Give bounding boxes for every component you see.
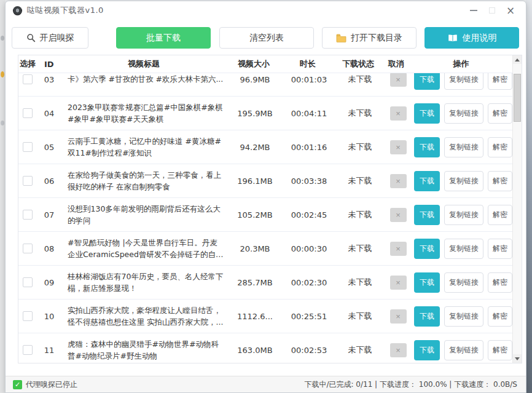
row-id: 03 — [37, 75, 61, 84]
row-checkbox[interactable] — [23, 311, 33, 321]
copy-link-button[interactable]: 复制链接 — [444, 239, 483, 259]
row-cancel-cell: × — [385, 309, 412, 324]
copy-link-button[interactable]: 复制链接 — [444, 73, 483, 90]
row-checkbox[interactable] — [23, 277, 33, 287]
decrypt-button[interactable]: 解密 — [488, 340, 512, 360]
cancel-button[interactable]: × — [390, 242, 407, 256]
row-duration: 00:01:03 — [283, 75, 335, 84]
row-checkbox[interactable] — [23, 142, 33, 152]
row-status: 未下载 — [335, 74, 385, 85]
help-label: 使用说明 — [463, 33, 497, 44]
decrypt-button[interactable]: 解密 — [488, 306, 512, 327]
row-id: 04 — [37, 109, 61, 118]
app-icon — [13, 6, 22, 15]
check-icon: ✓ — [13, 380, 22, 389]
download-button[interactable]: 下载 — [414, 103, 440, 124]
download-button[interactable]: 下载 — [414, 171, 440, 191]
header-operations: 操作 — [410, 58, 512, 69]
open-download-dir-label: 打开下载目录 — [351, 33, 402, 44]
download-button[interactable]: 下载 — [414, 272, 440, 293]
cancel-button[interactable]: × — [390, 276, 407, 290]
row-operations: 下载 复制链接 解密 — [412, 73, 512, 90]
row-title: 桂林榕湖饭店有70年历史，要员、名人经常下榻，新店雏形显现！ — [61, 271, 227, 295]
row-operations: 下载 复制链接 解密 — [412, 137, 512, 157]
copy-link-button[interactable]: 复制链接 — [444, 340, 483, 360]
scroll-down-button[interactable] — [513, 354, 522, 363]
header-duration: 时长 — [281, 58, 334, 69]
close-button[interactable]: × — [501, 2, 520, 19]
row-operations: 下载 复制链接 解密 — [412, 239, 512, 259]
cancel-button[interactable]: × — [390, 106, 407, 121]
decrypt-button[interactable]: 解密 — [488, 205, 512, 225]
row-checkbox[interactable] — [23, 74, 33, 84]
cancel-button[interactable]: × — [390, 140, 407, 154]
title-bar: 哒哒视频下载器v1.0 × — [6, 1, 526, 20]
copy-link-button[interactable]: 复制链接 — [444, 205, 483, 225]
cancel-button[interactable]: × — [390, 343, 407, 357]
row-title: 2023象甲联赛常规赛汇总篇#中国象棋#象棋#象甲#象甲联赛#天天象棋 — [61, 101, 227, 125]
copy-link-button[interactable]: 复制链接 — [444, 171, 483, 191]
row-id: 06 — [37, 177, 61, 186]
row-checkbox[interactable] — [23, 176, 33, 186]
batch-download-button[interactable]: 批量下载 — [116, 27, 211, 49]
start-sniff-button[interactable]: 开启嗅探 — [12, 27, 88, 49]
minimize-button[interactable] — [464, 2, 483, 19]
row-id: 05 — [37, 143, 61, 152]
row-checkbox[interactable] — [23, 345, 33, 355]
copy-link-button[interactable]: 复制链接 — [444, 306, 483, 327]
row-cancel-cell: × — [385, 208, 412, 222]
scrollbar-thumb[interactable] — [514, 74, 521, 122]
row-size: 195.9MB — [227, 109, 283, 118]
vertical-scrollbar[interactable] — [512, 55, 522, 363]
download-button[interactable]: 下载 — [414, 205, 440, 225]
open-download-dir-button[interactable]: 打开下载目录 — [322, 27, 417, 49]
row-checkbox[interactable] — [23, 210, 33, 220]
clear-list-button[interactable]: 清空列表 — [219, 27, 314, 49]
row-title: 云南手工黄冰糖，记忆中的好味道 #黄冰糖#双11#制作过程#涨知识 — [61, 135, 227, 159]
decrypt-button[interactable]: 解密 — [488, 272, 512, 293]
decrypt-button[interactable]: 解密 — [488, 171, 512, 191]
row-cancel-cell: × — [385, 73, 412, 87]
copy-link-button[interactable]: 复制链接 — [444, 103, 483, 124]
row-duration: 00:25:51 — [283, 312, 335, 321]
copy-link-button[interactable]: 复制链接 — [444, 137, 483, 157]
download-button[interactable]: 下载 — [414, 137, 440, 157]
cancel-button[interactable]: × — [390, 208, 407, 222]
app-window: 哒哒视频下载器v1.0 × 开启嗅探 批量下载 清空列表 打开下载目录 — [5, 1, 526, 393]
row-checkbox[interactable] — [23, 108, 33, 118]
decrypt-button[interactable]: 解密 — [488, 103, 512, 124]
arrow-up-icon — [515, 58, 520, 62]
copy-link-button[interactable]: 复制链接 — [444, 272, 483, 293]
row-operations: 下载 复制链接 解密 — [412, 272, 512, 293]
decrypt-button[interactable]: 解密 — [488, 137, 512, 157]
row-id: 08 — [37, 244, 61, 253]
row-duration: 00:03:38 — [283, 177, 335, 186]
row-title: 在家给狗子做美食的第一天，三种零食，看上很好吃的样子 在家自制狗零食 — [61, 169, 227, 193]
row-duration: 00:01:16 — [283, 143, 335, 152]
table-row: 10 实拍山西乔家大院，豪华程度让人瞠目结舌，怪不得慈禧也想住这里 实拍山西乔家… — [18, 300, 512, 333]
download-button[interactable]: 下载 — [414, 340, 440, 360]
download-button[interactable]: 下载 — [414, 306, 440, 327]
window-title: 哒哒视频下载器v1.0 — [27, 5, 104, 16]
table-row: 07 没想到130多年前发明的雨刷背后还有这么大的学问 105.2MB 00:0… — [18, 198, 512, 232]
help-button[interactable]: 使用说明 — [424, 27, 519, 49]
download-button[interactable]: 下载 — [414, 73, 440, 90]
desktop-icon-fragment — [1, 36, 4, 41]
desktop-edge-left — [0, 0, 5, 393]
cancel-button[interactable]: × — [390, 73, 407, 87]
download-button[interactable]: 下载 — [414, 239, 440, 259]
maximize-button[interactable] — [483, 2, 501, 19]
row-select-cell — [18, 74, 37, 84]
row-checkbox[interactable] — [23, 244, 33, 253]
row-title: 实拍山西乔家大院，豪华程度让人瞠目结舌，怪不得慈禧也想住这里 实拍山西乔家大院，… — [61, 304, 227, 328]
decrypt-button[interactable]: 解密 — [488, 239, 512, 259]
table-row: 05 云南手工黄冰糖，记忆中的好味道 #黄冰糖#双11#制作过程#涨知识 94.… — [18, 130, 512, 164]
decrypt-button[interactable]: 解密 — [488, 73, 512, 90]
row-id: 10 — [37, 312, 61, 321]
start-sniff-label: 开启嗅探 — [40, 33, 74, 44]
row-title: 卡》第六季 #甘孜的甘孜 #欢乐大林卡第六... — [61, 73, 227, 85]
cancel-button[interactable]: × — [390, 309, 407, 324]
cancel-button[interactable]: × — [390, 174, 407, 188]
scroll-up-button[interactable] — [513, 55, 522, 64]
row-cancel-cell: × — [385, 343, 412, 357]
